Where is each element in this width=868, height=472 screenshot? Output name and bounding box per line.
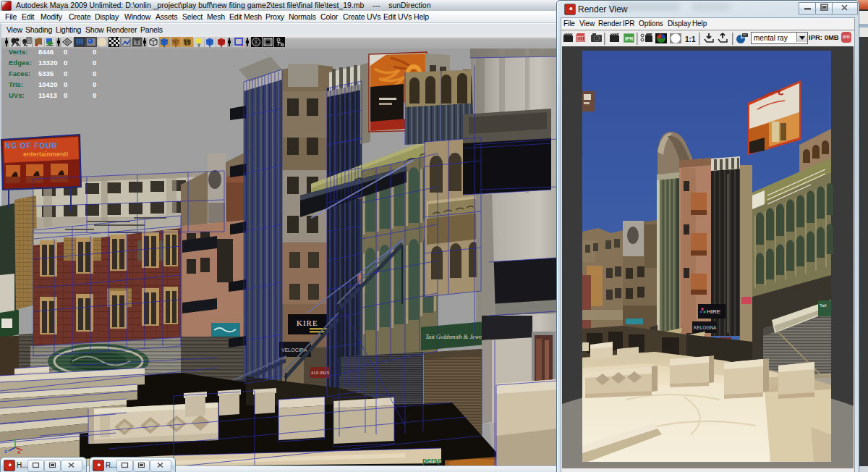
svg-text:x: x <box>17 449 21 455</box>
svg-text:IPR: IPR <box>625 36 634 41</box>
svg-text:NG OF FOUR: NG OF FOUR <box>5 142 58 150</box>
svg-text:z: z <box>4 448 7 455</box>
svg-text:HIRE: HIRE <box>707 308 720 315</box>
svg-text:1:1: 1:1 <box>685 35 696 43</box>
svg-text:entertainment!: entertainment! <box>23 151 69 158</box>
svg-text:Taif: Taif <box>820 303 827 308</box>
svg-text:KELOGNA: KELOGNA <box>694 325 717 330</box>
svg-text:Tait Goldsmith & Jewel: Tait Goldsmith & Jewel <box>425 333 484 340</box>
svg-text:KIRE: KIRE <box>297 319 318 327</box>
